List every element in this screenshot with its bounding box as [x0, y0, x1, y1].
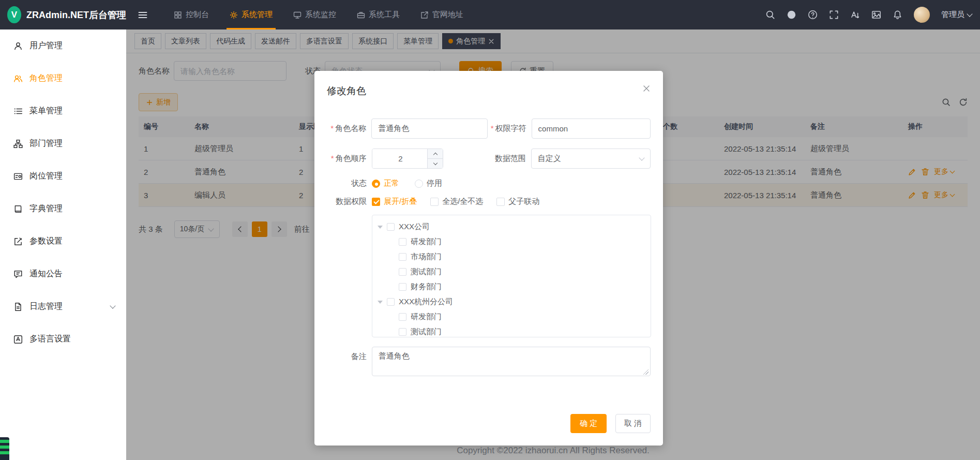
sidebar-item-i18n-settings[interactable]: 多语言设置: [0, 323, 126, 355]
hamburger-icon[interactable]: [138, 10, 148, 20]
tree-checkbox[interactable]: [399, 268, 406, 276]
radio-normal[interactable]: 正常: [372, 179, 399, 188]
tree-node-dept[interactable]: 测试部门: [372, 324, 651, 337]
role-order-stepper: [372, 149, 444, 169]
tree-node-dept[interactable]: 财务部门: [372, 279, 651, 294]
status-radio-group: 正常 停用: [372, 179, 442, 188]
dialog-body: *角色名称 *权限字符 *角色顺序 数据范围 自定义 状态: [314, 98, 663, 378]
app-title: ZRAdmin.NET后台管理: [26, 9, 126, 21]
topnav-item-system-manage[interactable]: 系统管理: [219, 0, 283, 29]
tree-node-dept[interactable]: 测试部门: [372, 264, 651, 279]
language-icon: [13, 335, 23, 344]
tree-node-label[interactable]: 财务部门: [411, 282, 442, 292]
tree-checkbox[interactable]: [399, 253, 406, 261]
tree-node-label[interactable]: XXX杭州分公司: [399, 297, 453, 307]
data-scope-label: 数据范围: [443, 154, 531, 164]
checkbox-parent-child-link[interactable]: 父子联动: [496, 197, 539, 206]
remark-textarea[interactable]: 普通角色: [372, 347, 651, 376]
tree-node-branch-company[interactable]: XXX杭州分公司: [372, 294, 651, 309]
tree-node-label[interactable]: 测试部门: [411, 327, 442, 337]
tree-checkbox[interactable]: [387, 298, 395, 306]
bell-icon[interactable]: [893, 10, 902, 20]
toolbox-icon: [357, 11, 365, 19]
decrease-button[interactable]: [428, 158, 443, 168]
sidebar-item-dept-manage[interactable]: 部门管理: [0, 127, 126, 160]
increase-button[interactable]: [428, 149, 443, 158]
menu-list-icon: [13, 107, 23, 116]
data-scope-select[interactable]: 自定义: [531, 149, 651, 169]
help-icon[interactable]: [808, 10, 818, 20]
org-tree-icon: [13, 139, 23, 149]
tree-checkbox[interactable]: [399, 328, 406, 336]
tree-node-dept[interactable]: 研发部门: [372, 309, 651, 324]
user-icon: [13, 41, 23, 51]
perm-char-input[interactable]: [532, 118, 651, 139]
fullscreen-icon[interactable]: [829, 10, 839, 20]
chevron-down-icon: [639, 155, 644, 160]
perm-char-label: *权限字符: [488, 124, 531, 133]
tree-node-label[interactable]: 测试部门: [411, 267, 442, 277]
caret-down-icon[interactable]: [378, 226, 383, 229]
tree-node-dept[interactable]: 市场部门: [372, 249, 651, 264]
tree-checkbox[interactable]: [399, 238, 406, 246]
checkbox-select-all[interactable]: 全选/全不选: [430, 197, 483, 206]
topnav-label: 系统管理: [242, 10, 273, 20]
confirm-button[interactable]: 确 定: [570, 414, 607, 433]
screenshot-icon[interactable]: [871, 10, 881, 20]
sidebar-item-menu-manage[interactable]: 菜单管理: [0, 95, 126, 127]
sidebar-item-log-manage[interactable]: 日志管理: [0, 290, 126, 323]
tree-node-company[interactable]: XXX公司: [372, 219, 651, 234]
form-row: 状态 正常 停用: [314, 179, 651, 188]
radio-disabled[interactable]: 停用: [415, 179, 442, 188]
sidebar-item-label: 岗位管理: [29, 171, 63, 182]
role-name-input[interactable]: [371, 118, 488, 139]
logo-letter: V: [11, 10, 17, 20]
data-scope-value: 自定义: [538, 154, 561, 164]
external-link-icon: [420, 11, 429, 19]
tree-checkbox[interactable]: [399, 283, 406, 291]
user-menu[interactable]: 管理员: [941, 10, 972, 20]
role-name-label: *角色名称: [314, 124, 371, 133]
sidebar-item-user-manage[interactable]: 用户管理: [0, 29, 126, 62]
topnav-item-official-site[interactable]: 官网地址: [410, 0, 474, 29]
sidebar-item-label: 通知公告: [29, 269, 63, 279]
topnav-item-system-tools[interactable]: 系统工具: [346, 0, 410, 29]
tree-node-label[interactable]: XXX公司: [399, 222, 430, 232]
tree-checkbox[interactable]: [399, 313, 406, 321]
document-icon: [13, 302, 23, 311]
topnav-label: 控制台: [186, 10, 209, 20]
corner-widget-icon[interactable]: [0, 437, 9, 460]
checkbox-unchecked-icon: [430, 198, 439, 206]
github-icon[interactable]: [787, 10, 796, 20]
sidebar-item-notice[interactable]: 通知公告: [0, 258, 126, 290]
sidebar-item-role-manage[interactable]: 角色管理: [0, 62, 126, 95]
caret-down-icon[interactable]: [378, 301, 383, 304]
required-mark: *: [331, 154, 334, 162]
resize-handle-icon[interactable]: [643, 369, 649, 375]
sidebar-item-param-settings[interactable]: 参数设置: [0, 225, 126, 258]
app-logo[interactable]: V ZRAdmin.NET后台管理: [0, 6, 126, 23]
tree-node-label[interactable]: 市场部门: [411, 252, 442, 262]
label-text: 备注: [351, 352, 367, 361]
tree-node-label[interactable]: 研发部门: [411, 237, 442, 247]
book-icon: [13, 204, 23, 214]
tree-checkbox[interactable]: [387, 223, 395, 231]
chevron-up-icon: [433, 152, 437, 156]
topnav-item-system-monitor[interactable]: 系统监控: [283, 0, 346, 29]
font-size-icon[interactable]: [850, 10, 860, 20]
sidebar-item-post-manage[interactable]: 岗位管理: [0, 160, 126, 192]
sidebar-item-dict-manage[interactable]: 字典管理: [0, 192, 126, 225]
tree-node-label[interactable]: 研发部门: [411, 312, 442, 322]
form-row: *角色顺序 数据范围 自定义: [314, 149, 651, 169]
topnav-item-console[interactable]: 控制台: [163, 0, 219, 29]
avatar[interactable]: [914, 7, 930, 23]
stepper-controls: [427, 149, 443, 168]
checkbox-expand-collapse[interactable]: 展开/折叠: [372, 197, 417, 206]
sidebar-item-label: 角色管理: [29, 73, 63, 84]
tree-node-dept[interactable]: 研发部门: [372, 234, 651, 249]
search-icon[interactable]: [765, 10, 775, 20]
form-row: 备注 普通角色: [314, 347, 651, 378]
radio-label: 停用: [427, 179, 442, 188]
cancel-button[interactable]: 取 消: [615, 414, 651, 433]
dialog-close-icon[interactable]: [642, 84, 651, 93]
